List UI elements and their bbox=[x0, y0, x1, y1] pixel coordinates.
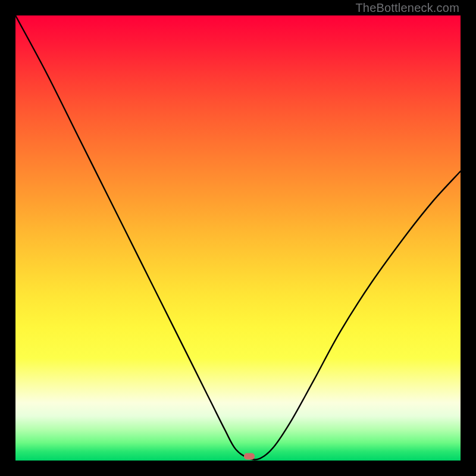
watermark-text: TheBottleneck.com bbox=[355, 1, 459, 15]
gradient-background bbox=[15, 15, 461, 461]
plot-area bbox=[15, 15, 461, 461]
chart-frame: TheBottleneck.com bbox=[0, 0, 476, 476]
operating-point-marker bbox=[244, 453, 255, 459]
